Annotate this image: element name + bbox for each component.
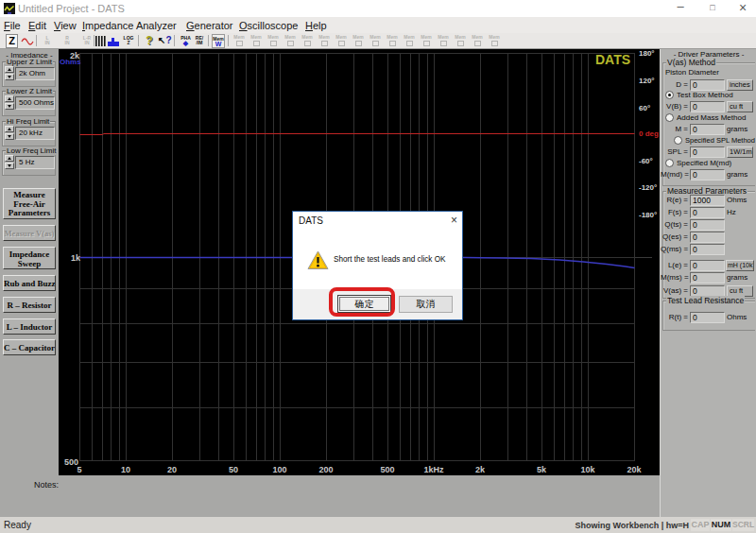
svg-text:5k: 5k [537,465,547,474]
svg-text:20: 20 [167,465,177,474]
svg-text:2k: 2k [475,465,486,474]
svg-text:-180°: -180° [639,211,657,219]
svg-text:200: 200 [318,465,333,474]
svg-text:0 deg: 0 deg [639,129,659,138]
svg-text:100: 100 [272,465,286,474]
svg-text:DATS: DATS [595,52,630,67]
svg-text:120°: 120° [639,77,655,85]
svg-text:-60°: -60° [639,157,653,165]
svg-text:1k: 1k [71,253,81,263]
svg-text:10: 10 [121,465,130,474]
svg-text:1kHz: 1kHz [423,465,444,474]
svg-text:500: 500 [380,465,394,474]
svg-text:20k: 20k [627,465,642,474]
svg-text:5: 5 [77,465,81,474]
svg-text:-120°: -120° [639,183,657,192]
svg-text:10k: 10k [580,465,595,474]
svg-text:60°: 60° [639,104,650,112]
svg-text:180°: 180° [639,49,655,58]
svg-text:Ohms: Ohms [60,58,81,66]
svg-text:50: 50 [229,465,238,474]
